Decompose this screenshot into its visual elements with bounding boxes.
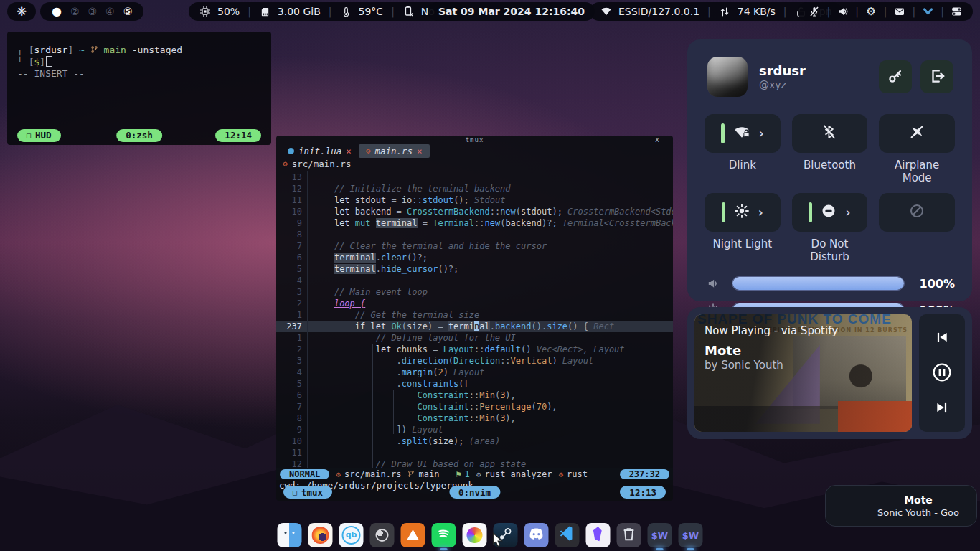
settings-gear-icon[interactable]: ⚙ — [865, 6, 877, 18]
flag-icon: ⚑ — [456, 469, 461, 479]
git-branch-icon — [90, 44, 104, 55]
media-player-card: SHAPE OF PUNK TO COME A CHIMERICAL BOMBI… — [687, 307, 972, 439]
code-line: 13 — [276, 171, 673, 183]
slider-fill — [732, 277, 904, 290]
toggles-icon[interactable] — [951, 6, 963, 18]
bluetooth-off-icon — [822, 124, 837, 143]
pause-button[interactable] — [930, 361, 954, 385]
gear-icon: ⚙ — [476, 470, 481, 479]
code-area[interactable]: 1312 // Initialize the terminal backend1… — [276, 170, 673, 468]
workspace-3[interactable]: ③ — [88, 2, 98, 21]
volume-value: 100% — [915, 277, 955, 291]
system-stats[interactable]: 50% | 3.00 GiB | 59°C | No Bat — [189, 2, 465, 21]
workspace-5[interactable]: ⑤ — [123, 2, 133, 21]
hud-terminal-window[interactable]: ┌─[srdusr] ~ main -unstaged └─[$] -- INS… — [7, 32, 271, 145]
tab-init-lua[interactable]: init.lua × — [281, 144, 359, 158]
microphone-muted-icon[interactable] — [808, 6, 820, 18]
chevron-right-icon[interactable]: › — [845, 205, 850, 220]
code-line: 3 // Main event loop — [276, 286, 673, 298]
running-indicator — [687, 548, 694, 550]
tile-do-not-disturb[interactable]: › — [792, 193, 868, 232]
previous-button[interactable] — [930, 326, 954, 350]
logout-button[interactable] — [920, 60, 953, 93]
notification-toast[interactable]: Mote Sonic Youth - Goo — [825, 485, 977, 527]
vi-mode-indicator: -- INSERT -- — [17, 68, 85, 79]
photos-icon[interactable] — [463, 523, 487, 547]
vscode-icon[interactable] — [555, 523, 580, 547]
spotify-icon[interactable] — [432, 523, 456, 547]
file-manager-icon[interactable] — [278, 523, 302, 547]
notification-subtitle: Sonic Youth - Goo — [869, 507, 968, 518]
line-number: 2 — [276, 344, 308, 355]
running-indicator — [656, 548, 664, 550]
qbittorrent-icon[interactable]: qb — [339, 523, 364, 547]
user-header: srdusr @xyz — [687, 39, 972, 103]
workspaces: ●②③④⑤ — [40, 2, 143, 21]
workspace-4[interactable]: ④ — [105, 2, 115, 21]
workspace-1[interactable]: ● — [52, 2, 62, 21]
album-art[interactable]: SHAPE OF PUNK TO COME A CHIMERICAL BOMBI… — [694, 314, 912, 432]
track-title: Mote — [705, 343, 741, 358]
mail-icon[interactable] — [894, 6, 906, 18]
software-w2-label: $W — [682, 530, 699, 541]
line-number: 12 — [276, 183, 308, 194]
tab-close-icon[interactable]: × — [417, 146, 423, 156]
volume-icon[interactable] — [837, 6, 849, 18]
workspace-2[interactable]: ② — [70, 2, 80, 21]
tile-label: Do Not Disturb — [792, 237, 868, 263]
avatar — [707, 57, 748, 97]
tmux-session-pill[interactable]: □HUD — [17, 129, 61, 142]
firefox-icon[interactable] — [308, 523, 333, 547]
volume-slider[interactable] — [732, 276, 905, 291]
tab-close-icon[interactable]: × — [346, 146, 352, 156]
tile-active-indicator — [721, 123, 725, 143]
launcher-logo-icon[interactable]: ❋ — [7, 2, 36, 21]
tmux-window-pill[interactable]: 0:zsh — [116, 129, 162, 142]
code-line: 12 // Draw UI based on app state — [276, 458, 673, 468]
code-line: 9 let mut terminal = Terminal::new(backe… — [276, 217, 673, 229]
discord-icon[interactable] — [524, 523, 549, 547]
statusline-diagnostics: ⚑1 — [456, 469, 469, 479]
lua-file-icon — [288, 148, 294, 154]
line-number: 237 — [276, 321, 308, 332]
tmux-session-pill[interactable]: □tmux — [283, 486, 332, 499]
rust-file-icon: ⚙ — [366, 146, 371, 156]
tile-label: Dlink — [729, 159, 756, 171]
obs-icon[interactable] — [370, 523, 395, 547]
tile-airplane-mode[interactable] — [879, 114, 955, 153]
qbittorrent-label: qb — [342, 526, 361, 545]
tile-label: Bluetooth — [804, 159, 856, 171]
spotify-glyph — [436, 526, 452, 545]
wifi-icon — [600, 6, 612, 18]
line-number: 12 — [276, 458, 308, 468]
chevron-right-icon[interactable]: › — [759, 126, 764, 141]
code-line: 7 Constraint::Percentage(70), — [276, 401, 673, 413]
user-handle: @xyz — [759, 79, 806, 90]
chevron-right-icon[interactable]: › — [758, 205, 763, 220]
arrow-down-icon[interactable] — [922, 6, 934, 18]
next-button[interactable] — [930, 396, 954, 420]
tab-main-rs[interactable]: ⚙ main.rs × — [359, 144, 430, 158]
clock[interactable]: Sat 09 Mar 2024 12:16:40 — [428, 2, 595, 21]
window-close-button[interactable]: x — [655, 136, 660, 144]
window-titlebar: tmux x — [276, 136, 673, 144]
key-icon — [887, 68, 903, 86]
dock: qb$W$W — [278, 523, 703, 547]
code-line-current: 237 if let Ok(size) = terminal.backend()… — [276, 321, 673, 332]
tile-night-light[interactable]: › — [705, 193, 781, 232]
vim-mode-pill: NORMAL — [280, 469, 329, 479]
obsidian-icon[interactable] — [586, 523, 611, 547]
vlc-icon[interactable] — [401, 523, 425, 547]
software-w1-icon[interactable]: $W — [648, 523, 672, 547]
trash-icon[interactable] — [617, 523, 641, 547]
tile-bluetooth[interactable] — [792, 114, 868, 153]
editor-window[interactable]: tmux x init.lua × ⚙ main.rs × ⚙ src/main… — [276, 136, 673, 501]
line-number: 6 — [276, 390, 308, 401]
software-w2-icon[interactable]: $W — [679, 523, 703, 547]
tile-dlink[interactable]: › — [705, 114, 781, 153]
line-number: 10 — [276, 435, 308, 447]
lock-keys-button[interactable] — [879, 60, 912, 93]
tmux-window-pill[interactable]: 0:nvim — [449, 486, 500, 499]
line-number: 11 — [276, 447, 308, 458]
tile-blocked[interactable] — [879, 193, 955, 232]
